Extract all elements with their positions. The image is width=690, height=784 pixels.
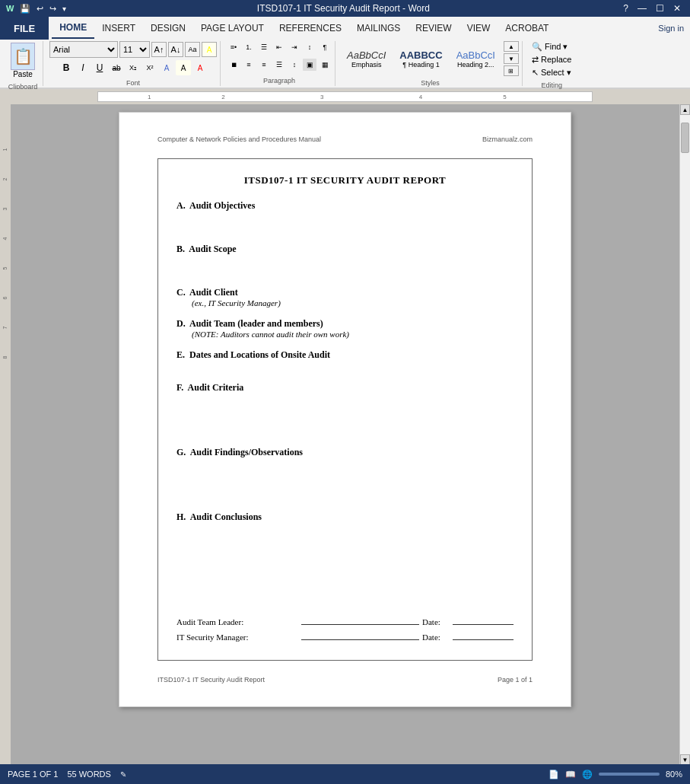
tab-design[interactable]: DESIGN [143,18,193,38]
maximize-btn[interactable]: ☐ [653,3,667,14]
header-right: Bizmanualz.com [482,135,533,143]
paragraph-group: ≡• 1. ☰ ⇤ ⇥ ↕ ¶ ⬛︎ ≡ ≡ ☰ ↕ ▣ ▦ Paragraph [224,41,335,86]
font-size-select[interactable]: 891011121416 [119,41,150,58]
increase-indent-btn[interactable]: ⇥ [288,41,301,53]
sig-row-2: IT Security Manager: Date: [176,629,514,642]
ruler: 1 2 3 4 5 [0,89,690,104]
align-left-btn[interactable]: ⬛︎ [227,59,240,71]
superscript-btn[interactable]: X² [142,60,157,75]
justify-btn[interactable]: ☰ [272,59,286,71]
subscript-btn[interactable]: X₂ [126,60,141,75]
numbering-btn[interactable]: 1. [242,41,256,53]
section-c-sub: (ex., IT Security Manager) [192,298,514,308]
align-center-btn[interactable]: ≡ [242,59,256,71]
redo-btn[interactable]: ↪ [49,4,56,14]
tab-review[interactable]: REVIEW [408,18,459,38]
minimize-btn[interactable]: — [634,3,650,14]
show-hide-btn[interactable]: ¶ [318,41,332,53]
view-mode-web[interactable]: 🌐 [582,770,593,779]
underline-btn[interactable]: U [92,60,107,75]
style-emphasis[interactable]: AaBbCcI Emphasis [342,47,391,71]
section-d-sub: (NOTE: Auditors cannot audit their own w… [192,330,514,339]
paste-icon: 📋 [11,43,35,70]
scroll-down-btn[interactable]: ▼ [680,754,690,765]
tab-insert[interactable]: INSERT [94,18,143,38]
heading1-label: ¶ Heading 1 [402,61,439,69]
font-color-btn[interactable]: A [192,60,208,75]
sig-date-label-2: Date: [422,633,453,642]
shading-btn[interactable]: ▣ [303,59,316,71]
paste-button[interactable]: 📋 Paste [6,41,40,80]
quick-save[interactable]: 💾 [20,4,30,14]
ribbon-tabs: HOME INSERT DESIGN PAGE LAYOUT REFERENCE… [49,17,559,40]
shrink-font-btn[interactable]: A↓ [168,42,183,57]
zoom-slider[interactable] [599,773,660,776]
italic-btn[interactable]: I [75,60,91,75]
scroll-thumb[interactable] [681,123,689,153]
tab-mailings[interactable]: MAILINGS [349,18,408,38]
highlight-btn[interactable]: A [176,60,191,75]
section-d-heading: D. Audit Team (leader and members) [176,318,514,330]
editing-label: Editing [541,81,562,89]
sig-date-line-2 [453,629,514,640]
tab-page-layout[interactable]: PAGE LAYOUT [193,18,272,38]
window-title: ITSD107-1 IT Security Audit Report - Wor… [66,3,620,14]
file-tab[interactable]: FILE [0,17,49,40]
status-right: 📄 📖 🌐 80% [549,770,682,779]
view-mode-print[interactable]: 📄 [549,770,559,779]
styles-group: AaBbCcI Emphasis AABBCC ¶ Heading 1 AaBb… [339,41,523,86]
word-icon: W [6,4,14,13]
styles-more-btn[interactable]: ⊞ [504,65,519,76]
scroll-up-btn[interactable]: ▲ [680,104,690,115]
styles-up-btn[interactable]: ▲ [504,41,519,52]
strikethrough-btn[interactable]: ab [109,60,124,75]
styles-scroll-btns: ▲ ▼ ⊞ [504,41,519,76]
sig-date-line-1 [453,614,514,625]
scroll-track[interactable] [680,115,690,754]
bold-btn[interactable]: B [59,60,74,75]
help-btn[interactable]: ? [620,3,631,14]
page[interactable]: Computer & Network Policies and Procedur… [119,112,571,707]
sort-btn[interactable]: ↕ [303,41,316,53]
editing-btns: 🔍 Find ▾ ⇄ Replace ↖ Select ▾ [529,41,574,78]
styles-down-btn[interactable]: ▼ [504,53,519,64]
section-c-heading: C. Audit Client [176,287,514,298]
tab-acrobat[interactable]: ACROBAT [498,18,556,38]
replace-btn[interactable]: ⇄ Replace [529,54,574,65]
right-margin-indicator [593,91,690,102]
text-highlight-btn[interactable]: A [202,42,217,57]
zoom-level: 80% [666,770,682,779]
tab-references[interactable]: REFERENCES [272,18,349,38]
change-case-btn[interactable]: Aa [185,42,200,57]
scrollbar: ▲ ▼ [679,104,690,765]
style-heading1[interactable]: AABBCC ¶ Heading 1 [394,47,447,71]
view-mode-read[interactable]: 📖 [565,770,576,779]
bullets-btn[interactable]: ≡• [227,41,240,53]
multilevel-btn[interactable]: ☰ [257,41,271,53]
text-effects-btn[interactable]: A [159,60,174,75]
sig-date-label-1: Date: [422,617,453,626]
doc-title: ITSD107-1 IT SECURITY AUDIT REPORT [176,174,514,186]
select-btn[interactable]: ↖ Select ▾ [529,67,574,78]
page-footer: ITSD107-1 IT Security Audit Report Page … [157,673,533,684]
border-btn[interactable]: ▦ [318,59,332,71]
section-a-heading: A. Audit Objectives [176,200,255,211]
toolbar: 📋 Paste Clipboard Arial Times New Roman … [0,40,690,88]
style-heading2[interactable]: AaBbCcI Heading 2... [451,47,501,71]
align-right-btn[interactable]: ≡ [257,59,271,71]
sign-in-link[interactable]: Sign in [658,17,690,40]
find-btn[interactable]: 🔍 Find ▾ [529,41,574,53]
close-btn[interactable]: ✕ [670,3,684,14]
undo-btn[interactable]: ↩ [37,4,43,14]
decrease-indent-btn[interactable]: ⇤ [272,41,286,53]
font-group: Arial Times New Roman Calibri 8910111214… [46,41,221,86]
font-name-select[interactable]: Arial Times New Roman Calibri [49,41,118,58]
tab-home[interactable]: HOME [52,18,94,39]
emphasis-preview: AaBbCcI [347,49,386,61]
tab-view[interactable]: VIEW [459,18,498,38]
section-a: A. Audit Objectives [176,200,514,233]
line-spacing-btn[interactable]: ↕ [288,59,301,71]
status-bar: PAGE 1 OF 1 55 WORDS ✎ 📄 📖 🌐 80% [0,764,690,784]
grow-font-btn[interactable]: A↑ [151,42,167,57]
document-area: Computer & Network Policies and Procedur… [11,104,679,765]
